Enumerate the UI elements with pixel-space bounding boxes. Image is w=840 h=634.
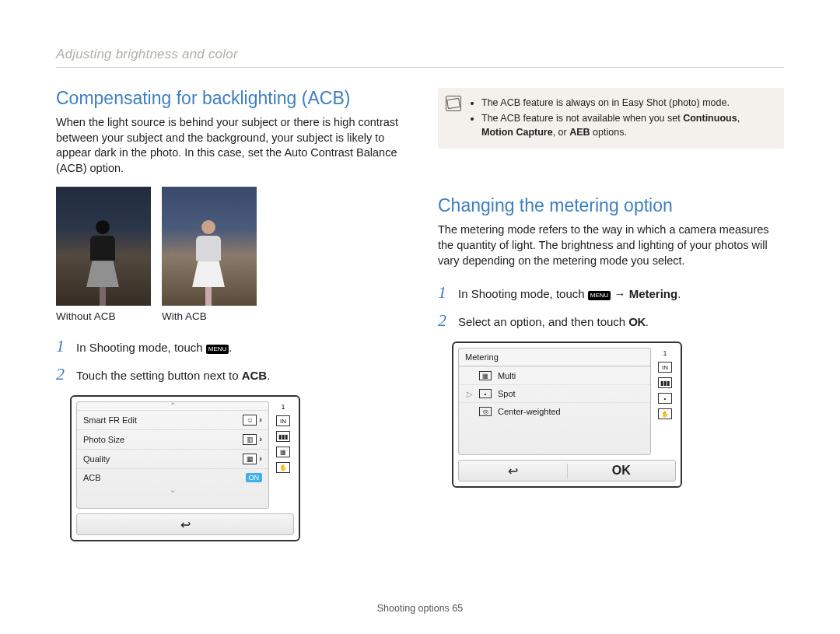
lcd-acb-menu: ⌃ Smart FR Edit ☺ › Photo Size ▥ › Quali… xyxy=(70,395,300,541)
menu-row-acb[interactable]: ACB ON xyxy=(77,468,268,486)
step-number: 2 xyxy=(56,364,68,384)
metering-icon: ▦ xyxy=(276,447,290,457)
caption-with: With ACB xyxy=(162,310,257,322)
ok-button[interactable]: OK xyxy=(568,464,676,478)
page-footer: Shooting options 65 xyxy=(0,603,840,614)
back-arrow-icon: ↩ xyxy=(180,517,191,532)
center-weighted-icon: ◎ xyxy=(479,407,492,416)
left-step-1: 1 In Shooting mode, touch MENU. xyxy=(56,336,402,356)
acb-body: When the light source is behind your sub… xyxy=(56,115,402,176)
acb-heading: Compensating for backlighting (ACB) xyxy=(56,88,402,109)
hand-icon: ✋ xyxy=(276,462,290,473)
metering-heading: Changing the metering option xyxy=(438,195,784,216)
breadcrumb: Adjusting brightness and color xyxy=(56,47,784,62)
back-button[interactable]: ↩ xyxy=(76,513,294,535)
note-box: The ACB feature is always on in Easy Sho… xyxy=(438,88,784,149)
divider xyxy=(56,67,784,68)
menu-row-smart-fr[interactable]: Smart FR Edit ☺ › xyxy=(77,410,268,429)
counter: 1 xyxy=(281,403,285,411)
menu-icon: MENU xyxy=(588,291,611,300)
step-text: In Shooting mode, touch xyxy=(76,341,206,354)
menu-label: Quality xyxy=(83,454,110,464)
step-text: Select an option, and then touch xyxy=(458,315,628,328)
chevron-down-icon[interactable]: ⌄ xyxy=(77,486,268,494)
chevron-up-icon[interactable]: ⌃ xyxy=(77,402,268,410)
menu-row-photo-size[interactable]: Photo Size ▥ › xyxy=(77,429,268,449)
face-detect-icon: ☺ xyxy=(243,415,257,426)
photo-with-acb xyxy=(162,187,257,306)
chevron-right-icon: › xyxy=(259,454,262,463)
back-button[interactable]: ↩ xyxy=(459,464,568,478)
hand-icon: ✋ xyxy=(658,408,672,419)
note-line: The ACB feature is not available when yo… xyxy=(481,111,773,139)
caption-without: Without ACB xyxy=(56,310,151,322)
photo-without-acb xyxy=(56,187,151,306)
left-step-2: 2 Touch the setting button next to ACB. xyxy=(56,364,402,384)
option-multi[interactable]: ▦Multi xyxy=(459,366,650,384)
lcd-title: Metering xyxy=(459,349,650,366)
back-arrow-icon: ↩ xyxy=(508,464,518,478)
memory-icon: IN xyxy=(658,362,672,373)
step-number: 1 xyxy=(438,282,450,303)
photo-compare: Without ACB With ACB xyxy=(56,187,402,322)
chevron-right-icon: › xyxy=(259,434,262,443)
menu-label: Photo Size xyxy=(83,435,124,444)
ok-icon: OK xyxy=(628,313,646,330)
lcd-metering-menu: Metering ▦Multi ▷•Spot ◎Center-weighted … xyxy=(452,342,682,488)
menu-row-quality[interactable]: Quality ▦ › xyxy=(77,449,268,468)
menu-icon: MENU xyxy=(206,345,229,354)
right-column: The ACB feature is always on in Easy Sho… xyxy=(438,88,784,541)
memory-icon: IN xyxy=(276,415,290,426)
note-line: The ACB feature is always on in Easy Sho… xyxy=(481,96,773,110)
selection-arrow-icon: ▷ xyxy=(467,390,473,398)
right-step-1: 1 In Shooting mode, touch MENU → Meterin… xyxy=(438,282,784,303)
left-column: Compensating for backlighting (ACB) When… xyxy=(56,88,402,541)
step-text: Touch the setting button next to xyxy=(76,369,242,382)
step-number: 1 xyxy=(56,336,68,356)
on-toggle[interactable]: ON xyxy=(246,473,263,482)
menu-label: Smart FR Edit xyxy=(83,415,137,425)
spot-icon: • xyxy=(479,389,492,398)
chevron-right-icon: › xyxy=(259,415,262,424)
metering-body: The metering mode refers to the way in w… xyxy=(438,222,784,268)
step-number: 2 xyxy=(438,310,450,331)
option-spot[interactable]: ▷•Spot xyxy=(459,384,650,402)
photo-size-icon: ▥ xyxy=(243,434,257,445)
multi-icon: ▦ xyxy=(479,371,492,380)
battery-icon: ▮▮▮ xyxy=(658,377,672,388)
spot-side-icon: • xyxy=(658,393,672,404)
right-step-2: 2 Select an option, and then touch OK. xyxy=(438,310,784,331)
option-center[interactable]: ◎Center-weighted xyxy=(459,402,650,420)
battery-icon: ▮▮▮ xyxy=(276,431,290,442)
note-icon xyxy=(446,96,461,111)
menu-label: ACB xyxy=(83,473,101,482)
quality-icon: ▦ xyxy=(243,454,257,464)
counter: 1 xyxy=(663,349,667,357)
step-text: In Shooting mode, touch xyxy=(458,287,588,300)
